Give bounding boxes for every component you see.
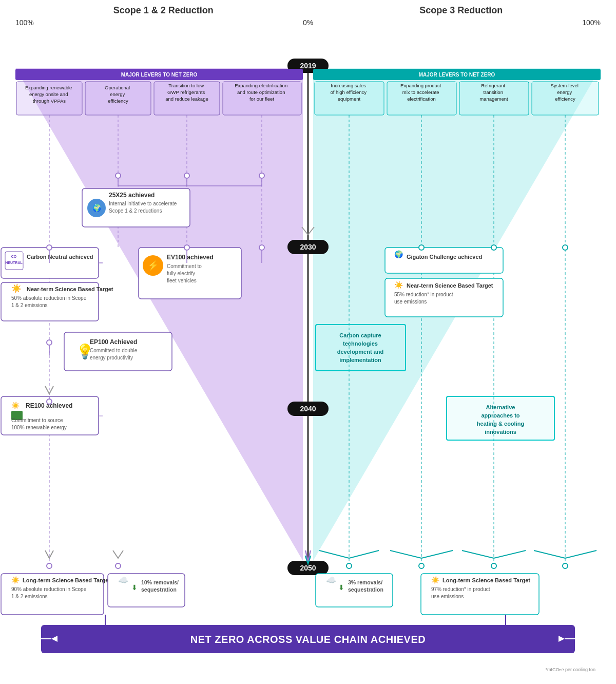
- lt-sbt-left-body-2: 1 & 2 emissions: [11, 594, 48, 599]
- right-dot-2030-1: [419, 245, 424, 250]
- right-levers-label: MAJOR LEVERS TO NET ZERO: [419, 72, 495, 78]
- left-chevron-2050-2: [113, 550, 123, 558]
- 25x25-body-2: Scope 1 & 2 reductions: [109, 208, 162, 214]
- re100-body-2: 100% renewable energy: [11, 425, 67, 430]
- lt-sun-icon-right: ☀️: [431, 576, 440, 584]
- ev100-title: EV100 achieved: [167, 254, 214, 261]
- footnote: *mtCO₂e per cooling ton: [545, 667, 595, 672]
- year-2040-label: 2040: [300, 405, 316, 413]
- carbon-capture-title-4: implementation: [339, 357, 381, 363]
- 25x25-body-1: Internal initiative to accelerate: [109, 201, 177, 206]
- ep100-title: EP100 Achieved: [90, 338, 137, 346]
- near-term-sbt-right-title: Near-term Science Based Target: [407, 282, 493, 289]
- ev100-body-1: Commitment to: [167, 263, 202, 269]
- re100-sun-icon: ☀️: [11, 401, 20, 410]
- dot-2050-right-1: [346, 563, 352, 568]
- main-diagram: 2019 MAJOR LEVERS TO NET ZERO MAJOR LEVE…: [0, 27, 616, 674]
- carbon-capture-title-3: development and: [337, 349, 383, 355]
- dot-25x25-2: [184, 173, 189, 178]
- ev100-dot-2: [259, 245, 264, 250]
- near-term-sbt-left-body-2: 1 & 2 emissions: [11, 302, 48, 308]
- left-percent: 100%: [15, 18, 34, 27]
- re100-dot: [47, 399, 52, 404]
- co2-neutral-text: NEUTRAL: [5, 261, 23, 264]
- right-lever-3-text: Refrigerant transition management: [479, 83, 508, 102]
- dot-2050-left-1: [47, 563, 52, 568]
- long-term-sbt-right-title: Long-term Science Based Target: [442, 577, 530, 583]
- near-term-sbt-right-body-2: use emissions: [394, 299, 427, 305]
- removals-left-label: sequestration: [141, 586, 177, 593]
- alt-approaches-title-3: heating & cooling: [477, 421, 524, 427]
- long-term-sbt-left-title: Long-term Science Based Target: [23, 577, 110, 583]
- removals-right-label: sequestration: [348, 586, 383, 593]
- down-arrow-left: ⬇: [131, 583, 138, 592]
- ev100-body-2: fully electrify: [167, 271, 195, 276]
- dot-2050-left-2: [116, 563, 121, 568]
- co2-icon-text: CO: [11, 255, 17, 258]
- removals-right-pct: 3% removals/: [348, 579, 382, 585]
- carbon-capture-title-2: technologies: [343, 340, 378, 347]
- gigaton-title: Gigaton Challenge achieved: [407, 254, 482, 260]
- sun-icon-sbt: ☀️: [11, 283, 22, 293]
- year-2019-label: 2019: [300, 62, 316, 70]
- gigaton-globe-icon: 🌍: [394, 250, 403, 259]
- lt-sbt-left-body-1: 90% absolute reduction in Scope: [11, 586, 87, 592]
- globe-icon-text: 🌍: [92, 204, 102, 213]
- dot-25x25-3: [259, 173, 264, 178]
- scope-12-title: Scope 1 & 2 Reduction: [113, 5, 214, 16]
- scope-3-title: Scope 3 Reduction: [419, 5, 503, 16]
- ev100-icon: ⚡: [147, 260, 159, 271]
- near-term-sbt-left-body-1: 50% absolute reduction in Scope: [11, 295, 87, 301]
- near-term-sbt-left-title: Near-term Science Based Target: [27, 286, 113, 292]
- carbon-capture-card: [316, 325, 406, 371]
- ev100-dot-1: [184, 245, 189, 250]
- near-term-sbt-right-body-1: 55% reduction* in product: [394, 292, 453, 297]
- removals-left-pct: 10% removals/: [141, 579, 179, 585]
- ep100-body-2: energy productivity: [90, 355, 133, 360]
- alt-approaches-title-1: Alternative: [486, 404, 515, 410]
- dot-2050-right-2: [419, 563, 424, 568]
- dot-2050-right-4: [563, 563, 568, 568]
- dot-2050-right-3: [491, 563, 496, 568]
- right-percent: 100%: [582, 18, 601, 27]
- carbon-neutral-title: Carbon Neutral achieved: [27, 254, 93, 260]
- left-levers-label: MAJOR LEVERS TO NET ZERO: [121, 72, 198, 78]
- alt-approaches-title-2: approaches to: [481, 412, 519, 419]
- center-percent: 0%: [303, 18, 313, 27]
- left-lever-3-text: Transition to low GWP refrigerants and r…: [165, 83, 208, 102]
- ep100-dot: [47, 340, 52, 345]
- re100-body-1: Commitment to source: [11, 417, 63, 423]
- lt-sun-icon: ☀️: [11, 576, 20, 584]
- 25x25-title: 25X25 achieved: [109, 192, 155, 199]
- cloud-icon-left: ☁️: [118, 575, 128, 585]
- sun-icon-sbt-right: ☀️: [394, 281, 403, 290]
- dot-25x25-1: [116, 173, 121, 178]
- percent-row: 100% 0% 100%: [0, 18, 616, 27]
- lt-sbt-right-body-2: use emissions: [431, 594, 464, 599]
- cn-dot: [47, 245, 52, 250]
- ev100-body-3: fleet vehicles: [167, 278, 197, 283]
- down-arrow-right: ⬇: [338, 583, 344, 592]
- year-2030-label: 2030: [300, 243, 316, 251]
- right-dot-2030-2: [491, 245, 496, 250]
- alt-approaches-title-4: innovations: [485, 429, 516, 435]
- net-zero-text: NET ZERO ACROSS VALUE CHAIN ACHIEVED: [190, 634, 426, 645]
- header-titles: Scope 1 & 2 Reduction Scope 3 Reduction: [0, 5, 616, 16]
- cloud-icon-right: ☁️: [326, 575, 336, 585]
- carbon-capture-title-1: Carbon capture: [339, 332, 381, 338]
- ep100-body-1: Committed to double: [90, 348, 138, 353]
- lt-sbt-right-body-1: 97% reduction* in product: [431, 586, 490, 592]
- right-dot-2030-3: [563, 245, 568, 250]
- main-container: Scope 1 & 2 Reduction Scope 3 Reduction …: [0, 0, 616, 684]
